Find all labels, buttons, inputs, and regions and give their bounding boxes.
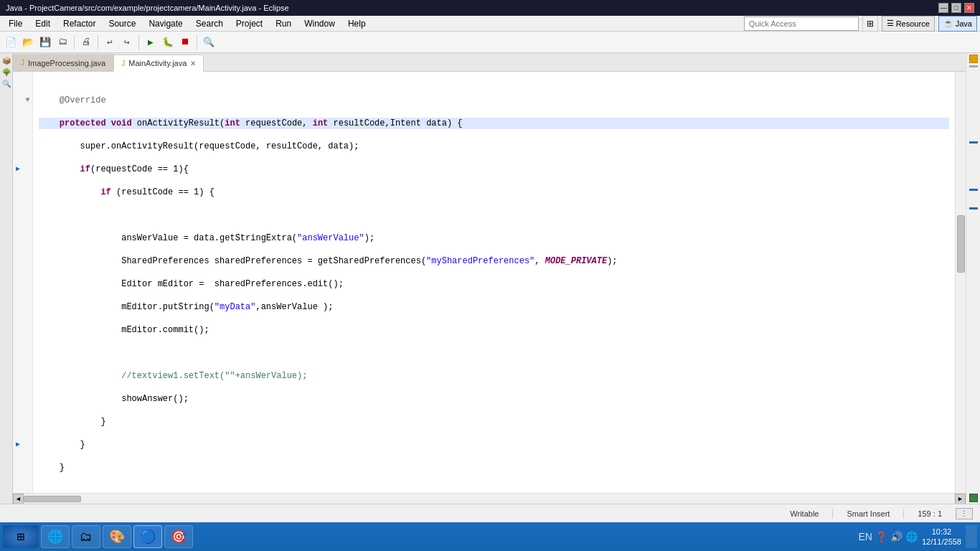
- show-desktop-btn[interactable]: [966, 525, 977, 548]
- fold-line-16: [23, 439, 32, 451]
- tab-label-main: MainActivity.java: [128, 59, 187, 67]
- status-writable: Writable: [783, 507, 825, 520]
- taskbar-chrome[interactable]: 🌐: [41, 525, 70, 548]
- code-line: //textview1.setText(""+ansWerValue);: [39, 370, 949, 382]
- menu-run[interactable]: Run: [270, 17, 297, 30]
- fold-line-7: [23, 232, 32, 244]
- separator-4: [197, 35, 197, 50]
- menu-search[interactable]: Search: [190, 17, 229, 30]
- h-scroll-track: [24, 495, 955, 503]
- vertical-scrollbar[interactable]: [955, 72, 966, 493]
- open-btn[interactable]: 📂: [20, 34, 36, 50]
- save-btn[interactable]: 💾: [37, 34, 53, 50]
- close-button[interactable]: ✕: [964, 3, 974, 13]
- menu-help[interactable]: Help: [342, 17, 372, 30]
- code-line: SharedPreferences sharedPreferences = ge…: [39, 255, 949, 267]
- taskbar-eclipse[interactable]: 🔵: [133, 525, 162, 548]
- annotation-gutter: ▶ ▶: [13, 72, 23, 493]
- marker-1: [13, 95, 23, 106]
- sidebar-search-icon[interactable]: 🔍: [1, 79, 11, 89]
- redo-btn[interactable]: ↪: [119, 34, 135, 50]
- menu-bar: File Edit Refactor Source Navigate Searc…: [0, 16, 980, 32]
- taskbar-misc[interactable]: 🎯: [164, 525, 193, 548]
- quick-access-input[interactable]: [744, 17, 859, 31]
- new-btn[interactable]: 📄: [3, 34, 19, 50]
- system-tray: EN ❓ 🔊 🌐: [858, 531, 917, 542]
- code-editor[interactable]: ▶ ▶ ▼ ▼ ▼ ▼ ▼: [13, 72, 966, 493]
- code-content[interactable]: @Override protected void onActivityResul…: [33, 72, 955, 493]
- fold-line-5: [23, 187, 32, 198]
- save-all-btn[interactable]: 🗂: [55, 34, 70, 50]
- undo-btn[interactable]: ↩: [102, 34, 118, 50]
- menu-edit[interactable]: Edit: [29, 17, 56, 30]
- menu-navigate[interactable]: Navigate: [143, 17, 188, 30]
- marker-4: [13, 198, 23, 209]
- scroll-right-btn[interactable]: ▶: [955, 494, 966, 504]
- fold-line-9: [23, 278, 32, 290]
- fold-line-18: [23, 485, 32, 493]
- title-bar: Java - ProjectCamera/src/com/example/pro…: [0, 0, 980, 16]
- marker-9: [13, 370, 23, 382]
- scrollbar-thumb[interactable]: [957, 215, 965, 273]
- main-area: 📦 🌳 🔍 J ImageProcessing.java J MainActiv…: [0, 53, 980, 504]
- tray-lang: EN: [858, 531, 872, 542]
- editor-area: J ImageProcessing.java J MainActivity.ja…: [13, 53, 966, 504]
- system-clock[interactable]: 10:32 12/11/2558: [922, 527, 961, 547]
- marker-12: [13, 474, 23, 485]
- run-btn[interactable]: ▶: [143, 34, 159, 50]
- tab-close-main[interactable]: ✕: [190, 60, 196, 67]
- menu-source[interactable]: Source: [103, 17, 141, 30]
- left-sidebar: 📦 🌳 🔍: [0, 53, 13, 504]
- tab-mainactivity[interactable]: J MainActivity.java ✕: [113, 55, 204, 72]
- debug-btn[interactable]: 🐛: [160, 34, 176, 50]
- print-btn[interactable]: 🖨: [78, 34, 94, 50]
- status-menu-btn[interactable]: ⋮: [956, 508, 973, 519]
- code-line: if (resultCode == 1) {: [39, 187, 949, 198]
- right-marker-line-1: [969, 65, 978, 67]
- tray-sound[interactable]: 🔊: [890, 531, 903, 542]
- menu-project[interactable]: Project: [230, 17, 268, 30]
- tab-icon-main: J: [121, 60, 125, 67]
- marker-3: ▶: [13, 164, 23, 175]
- tab-imageprocessing[interactable]: J ImageProcessing.java: [13, 54, 113, 71]
- sidebar-hier-icon[interactable]: 🌳: [1, 67, 11, 77]
- code-line: [39, 347, 949, 359]
- horizontal-scrollbar[interactable]: ◀ ▶: [13, 493, 966, 504]
- tab-bar: J ImageProcessing.java J MainActivity.ja…: [13, 53, 966, 72]
- tab-icon-imgproc: J: [21, 59, 24, 67]
- status-sep-2: [903, 509, 904, 519]
- code-line: @Override: [39, 95, 949, 106]
- minimize-button[interactable]: —: [938, 3, 948, 13]
- start-button[interactable]: ⊞: [3, 525, 39, 548]
- taskbar-files[interactable]: 🗂: [72, 525, 100, 548]
- code-line: ansWerValue = data.getStringExtra("ansWe…: [39, 232, 949, 244]
- search-btn[interactable]: 🔍: [201, 34, 217, 50]
- tab-label-imgproc: ImageProcessing.java: [28, 59, 105, 67]
- menu-window[interactable]: Window: [298, 17, 341, 30]
- scroll-left-btn[interactable]: ◀: [13, 494, 24, 504]
- menu-file[interactable]: File: [3, 17, 28, 30]
- stop-btn[interactable]: ⏹: [177, 34, 193, 50]
- toolbar: 📄 📂 💾 🗂 🖨 ↩ ↪ ▶ 🐛 ⏹ 🔍: [0, 32, 980, 53]
- code-line: }: [39, 439, 949, 451]
- toolbar-view-btn[interactable]: ⊞: [862, 16, 878, 32]
- fold-line-14: [23, 393, 32, 405]
- java-icon: ☕: [943, 19, 953, 28]
- clock-time: 10:32: [922, 527, 961, 537]
- taskbar: ⊞ 🌐 🗂 🎨 🔵 🎯 EN ❓ 🔊 🌐 10:32 12/11/2558: [0, 522, 980, 551]
- h-scroll-thumb[interactable]: [24, 496, 81, 502]
- window-controls[interactable]: — □ ✕: [938, 3, 974, 13]
- taskbar-paint[interactable]: 🎨: [103, 525, 131, 548]
- menu-refactor[interactable]: Refactor: [57, 17, 101, 30]
- status-bar: Writable Smart Insert 159 : 1 ⋮: [0, 504, 980, 522]
- fold-line-17: [23, 462, 32, 474]
- maximize-button[interactable]: □: [951, 3, 961, 13]
- separator-1: [74, 35, 75, 50]
- marker-2: [13, 129, 23, 141]
- perspective-java[interactable]: ☕ Java: [938, 16, 977, 32]
- fold-open-1[interactable]: ▼: [23, 95, 32, 106]
- tray-network[interactable]: 🌐: [905, 531, 918, 542]
- separator-3: [138, 35, 139, 50]
- sidebar-pkg-icon[interactable]: 📦: [1, 56, 11, 66]
- perspective-resource[interactable]: ☰ Resource: [882, 16, 935, 32]
